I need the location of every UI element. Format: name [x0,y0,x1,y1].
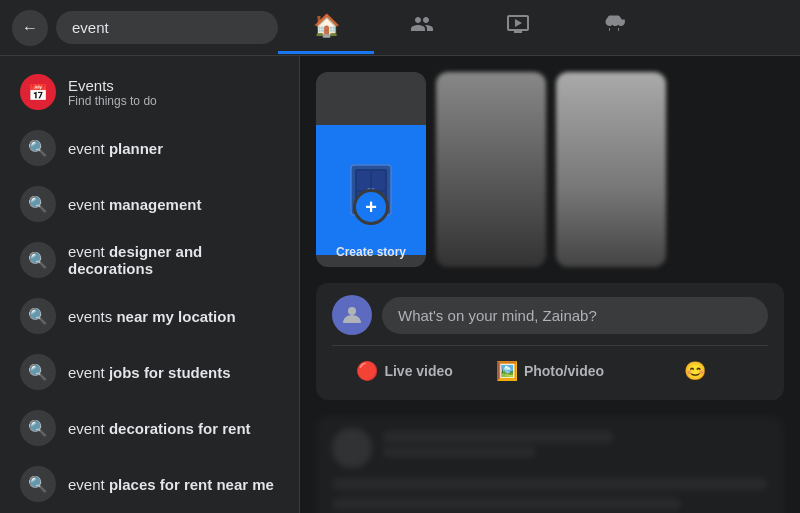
suggestion-text-2: event designer and decorations [68,243,279,277]
search-icon-2: 🔍 [20,242,56,278]
marketplace-icon [602,12,626,40]
live-video-button[interactable]: 🔴 Live video [332,354,477,388]
search-icon-1: 🔍 [20,186,56,222]
suggestion-text-5: event decorations for rent [68,420,251,437]
blurred-post [316,416,784,513]
avatar-icon [341,304,363,326]
suggestion-text-0: event planner [68,140,163,157]
live-video-label: Live video [384,363,452,379]
suggestion-item-1[interactable]: 🔍 event management [4,176,295,232]
svg-rect-3 [372,171,385,190]
nav-left: ← [12,10,278,46]
top-nav: ← 🏠 [0,0,800,56]
story-card-1[interactable] [436,72,546,267]
suggestion-item-4[interactable]: 🔍 event jobs for students [4,344,295,400]
post-input[interactable]: What's on your mind, Zainab? [382,297,768,334]
events-title: Events [68,77,157,94]
search-icon-6: 🔍 [20,466,56,502]
create-story-card[interactable]: + Create story [316,72,426,267]
events-icon: 📅 [20,74,56,110]
nav-marketplace-button[interactable] [566,2,662,54]
post-box: What's on your mind, Zainab? 🔴 Live vide… [316,283,784,400]
friends-icon [410,12,434,40]
post-actions: 🔴 Live video 🖼️ Photo/video 😊 [332,345,768,388]
suggestion-item-3[interactable]: 🔍 events near my location [4,288,295,344]
svg-rect-2 [357,171,370,190]
story-card-2[interactable] [556,72,666,267]
suggestion-item-6[interactable]: 🔍 event places for rent near me [4,456,295,512]
suggestion-item-0[interactable]: 🔍 event planner [4,120,295,176]
nav-home-button[interactable]: 🏠 [278,2,374,54]
search-input[interactable] [56,11,278,44]
search-dropdown: 📅 Events Find things to do 🔍 event plann… [0,56,300,513]
home-icon: 🏠 [313,13,340,39]
suggestion-text-3: events near my location [68,308,236,325]
suggestion-text-1: event management [68,196,201,213]
back-button[interactable]: ← [12,10,48,46]
photo-video-button[interactable]: 🖼️ Photo/video [477,354,622,388]
search-icon-5: 🔍 [20,410,56,446]
nav-center: 🏠 [278,2,662,54]
nav-video-button[interactable] [470,2,566,54]
feed-content: + Create story What's on your mind, Zain… [300,56,800,513]
search-icon-0: 🔍 [20,130,56,166]
suggestion-item-2[interactable]: 🔍 event designer and decorations [4,232,295,288]
nav-friends-button[interactable] [374,2,470,54]
feeling-icon: 😊 [684,360,706,382]
live-video-icon: 🔴 [356,360,378,382]
photo-video-icon: 🖼️ [496,360,518,382]
photo-video-label: Photo/video [524,363,604,379]
create-story-plus[interactable]: + [353,189,389,225]
search-icon-4: 🔍 [20,354,56,390]
feeling-button[interactable]: 😊 [623,354,768,388]
main-area: 📅 Events Find things to do 🔍 event plann… [0,56,800,513]
dropdown-events-item[interactable]: 📅 Events Find things to do [4,64,295,120]
search-icon-3: 🔍 [20,298,56,334]
user-avatar [332,295,372,335]
video-icon [506,12,530,40]
stories-row: + Create story [316,72,784,267]
events-subtitle: Find things to do [68,94,157,108]
create-story-label: Create story [316,245,426,259]
suggestion-text-6: event places for rent near me [68,476,274,493]
suggestion-item-5[interactable]: 🔍 event decorations for rent [4,400,295,456]
back-icon: ← [22,19,38,37]
suggestion-text-4: event jobs for students [68,364,231,381]
post-input-row: What's on your mind, Zainab? [332,295,768,335]
svg-point-8 [348,307,356,315]
